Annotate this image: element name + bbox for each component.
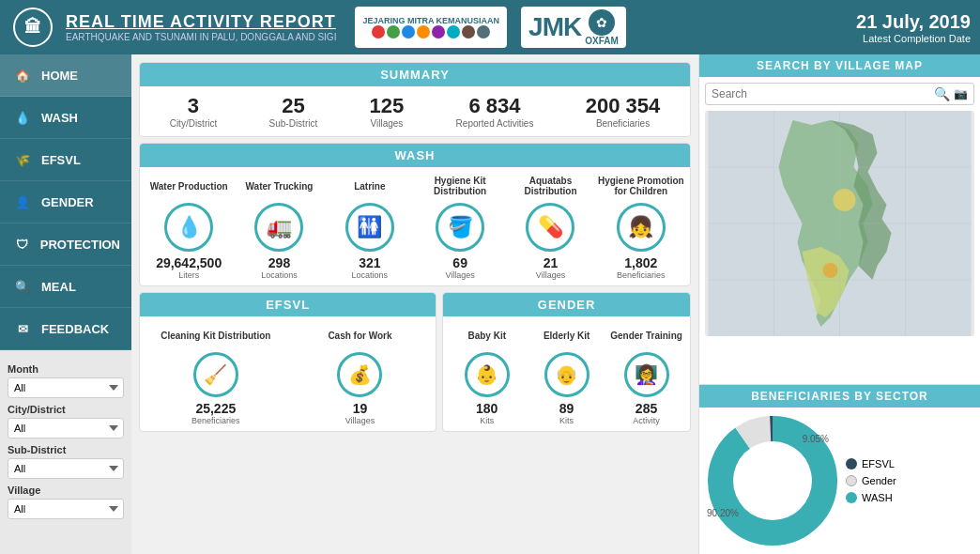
- month-select[interactable]: All: [8, 377, 124, 398]
- wash-aquatabs: Aquatabs Distribution 💊 21 Villages: [505, 173, 595, 280]
- stat-beneficiaries-label: Beneficiaries: [586, 118, 661, 129]
- summary-header: SUMMARY: [140, 63, 690, 86]
- map-svg: [705, 111, 974, 336]
- stat-villages: 125 Villages: [370, 94, 405, 129]
- stat-beneficiaries-number: 200 354: [586, 94, 661, 118]
- stat-villages-number: 125: [370, 94, 405, 118]
- efsvl-sublabel-1: Villages: [288, 416, 433, 425]
- header-title: REAL TIME ACTIVITY REPORT EARTHQUAKE AND…: [66, 12, 336, 42]
- sidebar-item-protection[interactable]: 🛡 PROTECTION: [0, 223, 131, 266]
- efsvl-item-label-1: Cash for Work: [288, 322, 433, 348]
- wash-latrine: Latrine 🚻 321 Locations: [325, 173, 415, 280]
- gender-number-2: 285: [606, 401, 686, 416]
- beneficiaries-legend: EFSVL Gender WASH: [846, 458, 896, 503]
- map-container[interactable]: [705, 111, 974, 336]
- svg-point-9: [834, 189, 856, 211]
- sidebar-item-meal[interactable]: 🔍 MEAL: [0, 266, 131, 308]
- legend-dot-gender: [846, 475, 857, 486]
- sidebar-item-gender[interactable]: 👤 GENDER: [0, 181, 131, 223]
- village-select[interactable]: All: [8, 499, 124, 519]
- efsvl-item-label-0: Cleaning Kit Distribution: [144, 322, 288, 348]
- wash-water-production: Water Production 💧 29,642,500 Liters: [144, 173, 234, 280]
- efsvl-cleaning: Cleaning Kit Distribution 🧹 25,225 Benef…: [144, 322, 288, 425]
- beneficiaries-section: BENEFICIARIES BY SECTOR 9.05%: [698, 384, 980, 554]
- legend-label-gender: Gender: [862, 475, 896, 486]
- svg-text:🏛: 🏛: [24, 17, 41, 37]
- stat-subdistrict: 25 Sub-District: [269, 94, 318, 129]
- jejaring-title: JEJARING MITRA KEMANUSIAAN: [362, 16, 499, 25]
- svg-point-10: [823, 263, 838, 278]
- jmk-circle: ✿: [589, 9, 615, 36]
- gender-sublabel-2: Activity: [606, 416, 686, 425]
- donut-chart: 9.05% 90.20%: [707, 415, 838, 546]
- gender-training: Gender Training 👩‍🏫 285 Activity: [606, 322, 686, 425]
- legend-label-wash: WASH: [862, 492, 893, 503]
- stat-villages-label: Villages: [370, 118, 405, 129]
- wash-sublabel-5: Beneficiaries: [596, 270, 686, 280]
- search-input[interactable]: [712, 87, 934, 100]
- sidebar-item-wash[interactable]: 💧 WASH: [0, 97, 131, 139]
- stat-beneficiaries: 200 354 Beneficiaries: [586, 94, 661, 129]
- stat-city: 3 City/District: [170, 94, 218, 129]
- wash-number-4: 21: [505, 255, 595, 270]
- wash-sublabel-1: Locations: [234, 270, 324, 280]
- wash-section: WASH Water Production 💧 29,642,500 Liter…: [139, 143, 691, 286]
- feedback-icon: ✉: [11, 317, 34, 340]
- protection-icon: 🛡: [11, 233, 33, 255]
- wash-hygiene-promotion: Hygiene Promotion for Children 👧 1,802 B…: [596, 173, 686, 280]
- sidebar-item-home[interactable]: 🏠 HOME: [0, 54, 131, 97]
- wash-sublabel-4: Villages: [505, 270, 595, 280]
- baby-kit-icon: 👶: [465, 352, 510, 397]
- report-date: 21 July, 2019: [856, 11, 971, 33]
- stat-activities-number: 6 834: [456, 94, 534, 118]
- subdistrict-select[interactable]: All: [8, 458, 124, 479]
- wash-item-label-3: Hygiene Kit Distribution: [415, 173, 505, 199]
- wash-number-5: 1,802: [596, 255, 686, 270]
- report-subtitle: EARTHQUAKE AND TSUNAMI IN PALU, DONGGALA…: [66, 32, 336, 42]
- efsvl-number-1: 19: [288, 401, 433, 416]
- gender-number-0: 180: [447, 401, 527, 416]
- wash-icon: 💧: [11, 106, 34, 129]
- gender-sublabel-1: Kits: [527, 416, 606, 425]
- stat-city-number: 3: [170, 94, 218, 118]
- sidebar-label-wash: WASH: [41, 111, 78, 125]
- content-area: SUMMARY 3 City/District 25 Sub-District …: [131, 54, 698, 554]
- legend-dot-wash: [846, 492, 857, 503]
- efsvl-items: Cleaning Kit Distribution 🧹 25,225 Benef…: [140, 316, 436, 431]
- search-bar: 🔍 📷: [705, 83, 974, 105]
- stat-subdistrict-number: 25: [269, 94, 318, 118]
- gender-item-label-0: Baby Kit: [447, 322, 527, 348]
- wash-sublabel-3: Villages: [415, 270, 505, 280]
- wash-number-0: 29,642,500: [144, 255, 234, 270]
- stat-subdistrict-label: Sub-District: [269, 118, 318, 129]
- wash-item-label-0: Water Production: [144, 173, 234, 199]
- wash-number-1: 298: [234, 255, 324, 270]
- filters-panel: Month All City/District All Sub-District…: [0, 350, 131, 554]
- subdistrict-label: Sub-District: [8, 444, 124, 455]
- home-icon: 🏠: [11, 64, 34, 86]
- wash-sublabel-2: Locations: [325, 270, 415, 280]
- sidebar-label-feedback: FEEDBACK: [41, 322, 109, 336]
- gender-section: GENDER Baby Kit 👶 180 Kits Elderly Kit 👴…: [442, 292, 691, 432]
- cash-for-work-icon: 💰: [337, 352, 382, 397]
- pct-efsvl-label: 9.05%: [803, 434, 829, 444]
- right-panel: SEARCH BY VILLAGE MAP 🔍 📷: [698, 54, 980, 554]
- completion-label: Latest Completion Date: [856, 33, 971, 44]
- main-layout: 🏠 HOME 💧 WASH 🌾 EFSVL 👤 GENDER 🛡 PROTECT…: [0, 54, 980, 554]
- camera-filter-icon: 📷: [954, 87, 968, 100]
- month-label: Month: [8, 363, 124, 375]
- wash-item-label-5: Hygiene Promotion for Children: [596, 173, 686, 199]
- jmk-logo: JMK ✿ OXFAM: [521, 7, 626, 48]
- wash-item-label-4: Aquatabs Distribution: [505, 173, 595, 199]
- pct-wash-label: 90.20%: [707, 508, 739, 518]
- city-label: City/District: [8, 404, 124, 415]
- sidebar: 🏠 HOME 💧 WASH 🌾 EFSVL 👤 GENDER 🛡 PROTECT…: [0, 54, 131, 554]
- gender-training-icon: 👩‍🏫: [624, 352, 669, 397]
- jejaring-logo: JEJARING MITRA KEMANUSIAAN: [355, 7, 507, 48]
- efsvl-section: EFSVL Cleaning Kit Distribution 🧹 25,225…: [139, 292, 436, 432]
- cleaning-kit-icon: 🧹: [193, 352, 238, 397]
- legend-dot-efsvl: [846, 458, 857, 469]
- sidebar-item-efsvl[interactable]: 🌾 EFSVL: [0, 139, 131, 181]
- sidebar-item-feedback[interactable]: ✉ FEEDBACK: [0, 308, 131, 350]
- city-select[interactable]: All: [8, 418, 124, 439]
